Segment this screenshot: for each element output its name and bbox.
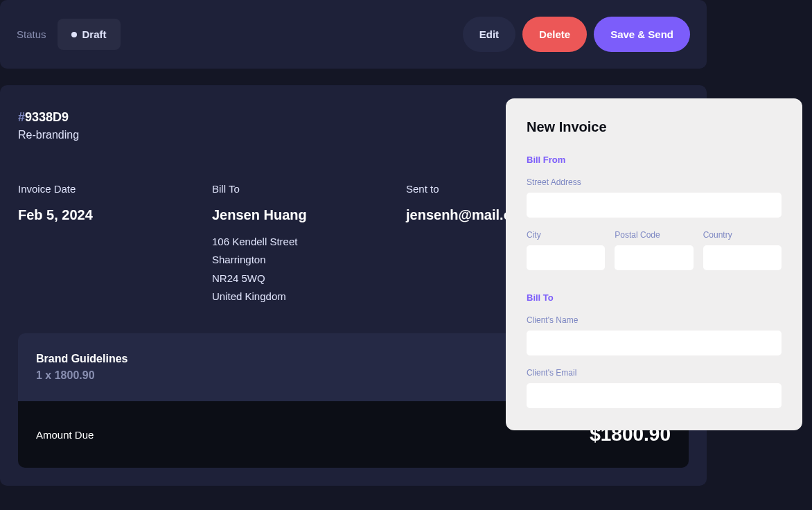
- street-address-input[interactable]: [527, 193, 782, 218]
- delete-button[interactable]: Delete: [522, 17, 587, 52]
- city-input[interactable]: [527, 245, 605, 270]
- country-label: Country: [703, 230, 782, 240]
- address-street: 106 Kendell Street: [212, 233, 323, 251]
- bill-to-label: Bill To: [212, 183, 323, 195]
- client-email-label: Client's Email: [527, 368, 782, 378]
- client-name-label: Client's Name: [527, 315, 782, 325]
- country-input[interactable]: [703, 245, 782, 270]
- client-name: Jensen Huang: [212, 207, 323, 223]
- street-address-label: Street Address: [527, 177, 782, 187]
- status-label: Status: [17, 28, 46, 40]
- bill-to-section-label: Bill To: [527, 292, 782, 303]
- invoice-header: Status Draft Edit Delete Save & Send: [0, 0, 707, 69]
- postal-code-label: Postal Code: [615, 230, 693, 240]
- postal-code-input[interactable]: [615, 245, 693, 270]
- new-invoice-modal: New Invoice Bill From Street Address Cit…: [506, 98, 802, 430]
- client-email-input[interactable]: [527, 383, 782, 408]
- amount-due-label: Amount Due: [36, 429, 94, 441]
- status-dot-icon: [71, 32, 77, 37]
- bill-from-section-label: Bill From: [527, 155, 782, 165]
- status-badge: Draft: [58, 19, 121, 50]
- edit-button[interactable]: Edit: [463, 17, 515, 52]
- client-name-input[interactable]: [527, 331, 782, 355]
- status-value: Draft: [82, 28, 107, 40]
- save-send-button[interactable]: Save & Send: [594, 17, 690, 52]
- address-city: Sharrington: [212, 251, 323, 269]
- hash-icon: #: [18, 110, 25, 124]
- invoice-id-value: 9338D9: [25, 110, 69, 124]
- invoice-date-value: Feb 5, 2024: [18, 207, 129, 223]
- address-country: United Kingdom: [212, 288, 323, 306]
- invoice-date-label: Invoice Date: [18, 183, 129, 195]
- modal-title: New Invoice: [527, 119, 782, 135]
- address-postcode: NR24 5WQ: [212, 270, 323, 288]
- city-label: City: [527, 230, 605, 240]
